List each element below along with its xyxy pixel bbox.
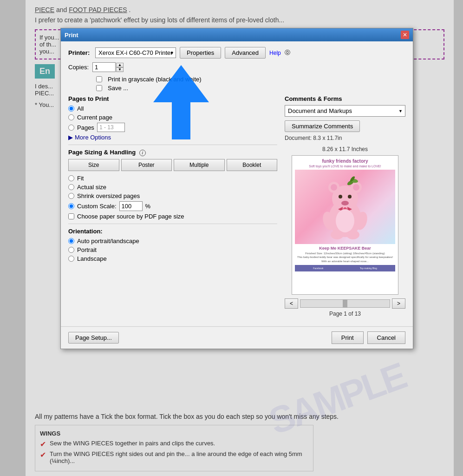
radio-pages[interactable] bbox=[68, 125, 74, 131]
grayscale-label: Print in grayscale (black and white) bbox=[108, 76, 202, 83]
copies-row: Copies: ▲ ▼ bbox=[68, 62, 405, 72]
radio-fit[interactable] bbox=[68, 175, 74, 181]
print-button[interactable]: Print bbox=[332, 331, 364, 344]
dialog-titlebar: Print ✕ bbox=[61, 28, 413, 41]
dialog-close-button[interactable]: ✕ bbox=[401, 31, 409, 39]
multiple-button[interactable]: Multiple bbox=[174, 159, 225, 171]
dialog-title: Print bbox=[65, 32, 78, 39]
shrink-label: Shrink oversized pages bbox=[77, 192, 140, 199]
pages-range-input[interactable] bbox=[97, 123, 125, 132]
copies-down-button[interactable]: ▼ bbox=[116, 67, 124, 72]
svg-point-5 bbox=[353, 184, 359, 191]
printer-label: Printer: bbox=[68, 49, 91, 56]
radio-landscape[interactable] bbox=[68, 256, 74, 262]
divider-2 bbox=[68, 224, 277, 224]
action-buttons: Print Cancel bbox=[332, 331, 405, 344]
radio-all-row: All bbox=[68, 105, 277, 112]
landscape-row: Landscape bbox=[68, 255, 277, 262]
pdf-page-size-row: Choose paper source by PDF page size bbox=[68, 213, 277, 220]
portrait-row: Portrait bbox=[68, 246, 277, 253]
nav-bar: < > bbox=[285, 298, 405, 309]
radio-pages-label: Pages bbox=[77, 124, 94, 131]
radio-all[interactable] bbox=[68, 106, 74, 112]
help-link[interactable]: Help bbox=[269, 50, 281, 56]
nav-prev-button[interactable]: < bbox=[285, 298, 298, 309]
copies-spinner: ▲ ▼ bbox=[116, 63, 124, 72]
radio-current-row: Current page bbox=[68, 114, 277, 121]
more-options-triangle: ▶ bbox=[68, 134, 73, 141]
copies-input-wrapper: ▲ ▼ bbox=[92, 62, 124, 72]
summarize-comments-button[interactable]: Summarize Comments bbox=[285, 120, 360, 132]
radio-custom-scale[interactable] bbox=[68, 203, 74, 209]
comments-dropdown[interactable]: Document and Markups Document Form Field… bbox=[285, 105, 405, 117]
dialog-bottom: Page Setup... Print Cancel bbox=[61, 326, 413, 349]
divider-1 bbox=[68, 145, 277, 145]
printer-select[interactable]: Xerox EX-i C60-C70 Printer bbox=[95, 47, 176, 58]
save-checkbox[interactable] bbox=[96, 85, 102, 91]
preview-factory-title: funky friends factory bbox=[295, 159, 395, 164]
pdf-page-size-label: Choose paper source by PDF page size bbox=[77, 213, 184, 220]
comments-dropdown-wrapper[interactable]: Document and Markups Document Form Field… bbox=[285, 105, 405, 117]
comments-section: Document and Markups Document Form Field… bbox=[285, 105, 405, 141]
auto-orientation-label: Auto portrait/landscape bbox=[77, 238, 139, 245]
preview-footer-blog: Toy-making Blog bbox=[360, 267, 377, 270]
page-setup-button[interactable]: Page Setup... bbox=[68, 332, 119, 344]
shrink-row: Shrink oversized pages bbox=[68, 192, 277, 199]
print-dialog: Print ✕ Printer: Xerox EX-i C60-C70 Prin… bbox=[60, 28, 413, 349]
radio-shrink[interactable] bbox=[68, 193, 74, 199]
grayscale-checkbox[interactable] bbox=[96, 76, 102, 82]
radio-actual-size[interactable] bbox=[68, 184, 74, 190]
nav-next-button[interactable]: > bbox=[392, 298, 405, 309]
slider-handle[interactable] bbox=[343, 300, 347, 307]
actual-size-label: Actual size bbox=[77, 184, 106, 191]
page-slider[interactable] bbox=[300, 299, 390, 308]
cancel-button[interactable]: Cancel bbox=[367, 331, 405, 344]
info-icon: i bbox=[139, 150, 146, 156]
preview-footer-fb: Facebook bbox=[313, 267, 323, 270]
copies-up-button[interactable]: ▲ bbox=[116, 63, 124, 67]
radio-all-label: All bbox=[77, 105, 84, 112]
radio-portrait[interactable] bbox=[68, 247, 74, 253]
preview-inner: funky friends factory Soft toys you'll L… bbox=[292, 156, 398, 294]
size-button[interactable]: Size bbox=[68, 159, 119, 171]
preview-bear-title: Keep Me KEEPSAKE Bear bbox=[295, 246, 395, 251]
booklet-button[interactable]: Booklet bbox=[227, 159, 278, 171]
pdf-page-size-checkbox[interactable] bbox=[68, 213, 74, 219]
dialog-left-panel: Pages to Print All Current page Pages bbox=[68, 95, 277, 317]
radio-auto-orientation[interactable] bbox=[68, 238, 74, 244]
svg-point-8 bbox=[341, 201, 349, 205]
properties-button[interactable]: Properties bbox=[180, 47, 221, 59]
pages-options: All Current page Pages ▶ More Options bbox=[68, 105, 277, 141]
dialog-right-panel: Comments & Forms Document and Markups Do… bbox=[285, 95, 405, 317]
svg-point-14 bbox=[336, 209, 354, 232]
document-size-text: Document: 8.3 x 11.7in bbox=[285, 135, 405, 141]
advanced-button[interactable]: Advanced bbox=[225, 47, 266, 59]
radio-current-label: Current page bbox=[77, 114, 112, 121]
orientation-label: Orientation: bbox=[68, 228, 277, 235]
preview-size-label: 8.26 x 11.7 Inches bbox=[285, 146, 405, 152]
more-options-row[interactable]: ▶ More Options bbox=[68, 134, 277, 141]
auto-orientation-row: Auto portrait/landscape bbox=[68, 238, 277, 245]
save-row: Save ... bbox=[96, 85, 405, 92]
help-icon: ⓪ bbox=[285, 49, 290, 57]
sizing-buttons: Size Poster Multiple Booklet bbox=[68, 159, 277, 171]
svg-point-16 bbox=[346, 230, 359, 239]
dialog-columns: Pages to Print All Current page Pages bbox=[68, 95, 405, 317]
copies-label: Copies: bbox=[68, 64, 89, 71]
page-counter: Page 1 of 13 bbox=[285, 311, 405, 317]
sizing-section-title: Page Sizing & Handling i bbox=[68, 149, 277, 156]
svg-point-15 bbox=[331, 230, 344, 239]
copies-input[interactable] bbox=[92, 62, 116, 72]
custom-scale-input[interactable] bbox=[119, 201, 143, 211]
bear-svg bbox=[317, 174, 373, 239]
svg-point-6 bbox=[339, 195, 342, 198]
fit-label: Fit bbox=[77, 175, 84, 182]
radio-pages-row: Pages bbox=[68, 123, 277, 132]
custom-scale-row: Custom Scale: % bbox=[68, 201, 277, 211]
printer-select-wrapper[interactable]: Xerox EX-i C60-C70 Printer bbox=[95, 47, 176, 58]
printer-row: Printer: Xerox EX-i C60-C70 Printer Prop… bbox=[68, 47, 405, 59]
preview-frame: funky friends factory Soft toys you'll L… bbox=[292, 155, 398, 295]
poster-button[interactable]: Poster bbox=[121, 159, 172, 171]
custom-scale-unit: % bbox=[145, 203, 151, 210]
radio-current[interactable] bbox=[68, 114, 74, 120]
